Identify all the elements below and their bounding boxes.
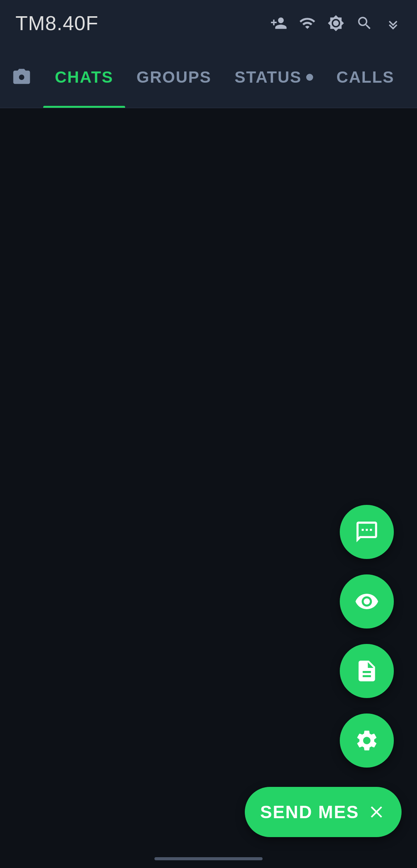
tab-groups[interactable]: GROUPS — [125, 46, 223, 108]
status-bar: TM8.40F — [0, 0, 417, 46]
tab-chats[interactable]: CHATS — [43, 46, 125, 108]
send-message-label: SEND MES — [260, 802, 359, 822]
home-indicator — [154, 857, 263, 860]
add-contact-icon — [270, 15, 287, 32]
brightness-icon — [327, 15, 344, 32]
tabs-container: CHATS GROUPS STATUS CALLS — [43, 46, 406, 108]
camera-button[interactable] — [12, 67, 32, 87]
status-notification-dot — [306, 74, 313, 81]
tab-status[interactable]: STATUS — [223, 46, 325, 108]
new-chat-fab[interactable] — [340, 505, 394, 559]
status-icons — [270, 15, 402, 32]
fab-container — [340, 505, 394, 768]
status-time: TM8.40F — [15, 12, 98, 35]
tab-bar: CHATS GROUPS STATUS CALLS — [0, 46, 417, 108]
wifi-icon — [299, 15, 316, 32]
tab-calls[interactable]: CALLS — [325, 46, 406, 108]
document-fab[interactable] — [340, 644, 394, 698]
search-icon[interactable] — [356, 15, 373, 32]
main-content: SEND MES — [0, 108, 417, 868]
more-icon[interactable] — [385, 15, 402, 32]
view-fab[interactable] — [340, 574, 394, 628]
send-message-button[interactable]: SEND MES — [245, 787, 402, 837]
close-icon[interactable] — [367, 802, 386, 822]
settings-fab[interactable] — [340, 713, 394, 768]
